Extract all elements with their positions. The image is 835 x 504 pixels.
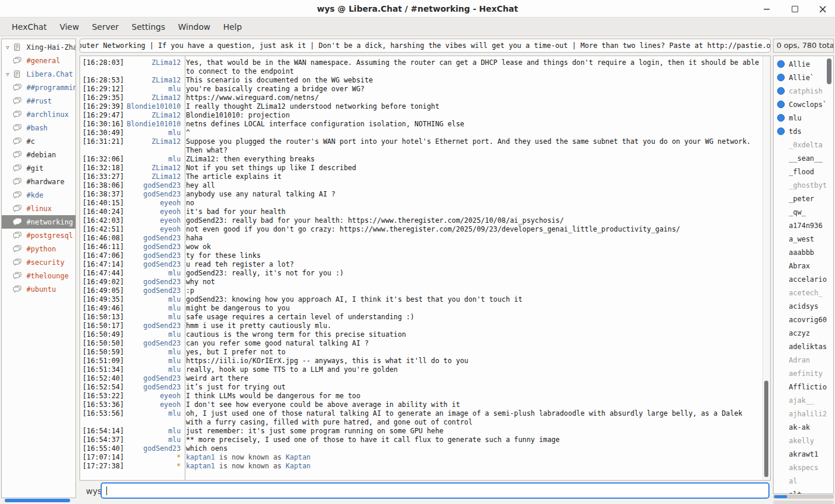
tree-item-#archlinux[interactable]: #archlinux	[2, 108, 75, 121]
tree-item-#general[interactable]: #general	[2, 54, 75, 67]
tree-item-#c[interactable]: #c	[2, 134, 75, 148]
menu-help[interactable]: Help	[217, 18, 249, 36]
tree-item-#python[interactable]: #python	[2, 242, 75, 256]
user-_ghostbyt[interactable]: _ghostbyt	[774, 178, 833, 192]
user-Allie[interactable]: Allie`	[774, 71, 833, 84]
text-segment: cautious is the wrong term for this prec…	[186, 330, 406, 339]
user-nick-label: aczyz	[789, 329, 810, 337]
userlist-hscrollbar-track2[interactable]	[773, 500, 834, 504]
tree-item-#git[interactable]: #git	[2, 161, 75, 175]
user-ajak__[interactable]: ajak__	[774, 393, 833, 407]
nick: godSend23	[126, 339, 181, 348]
message-text: kaptan1 is now known as Kaptan	[181, 453, 310, 462]
chat-line: [16:49:35]mlugodSend23: knowing how you …	[80, 295, 762, 304]
tree-item-#linux[interactable]: #linux	[2, 202, 75, 215]
tree-item-#kde[interactable]: #kde	[2, 188, 75, 202]
timestamp: [16:53:36]	[80, 401, 126, 409]
chat-area[interactable]: [16:28:03]ZLima12Yes, that would be in t…	[80, 56, 771, 481]
channel-bubble-icon	[12, 84, 22, 91]
tree-item-label: #security	[22, 258, 64, 267]
user-alt[interactable]: alt	[774, 488, 833, 494]
maximize-button[interactable]	[789, 4, 800, 14]
user-Abrax[interactable]: Abrax	[774, 259, 833, 272]
user-accelario[interactable]: accelario	[774, 272, 833, 286]
tree-item-Xing-Hai-Zhang[interactable]: ▽ Xing-Hai-Zhang	[2, 40, 75, 54]
chat-line: [16:38:37]godSend23anybody use any natur…	[80, 190, 762, 199]
user-_qw_[interactable]: _qw_	[774, 205, 833, 219]
user-acovrig60[interactable]: acovrig60	[774, 313, 833, 326]
tree-item-#security[interactable]: #security	[2, 256, 75, 269]
user-ak-ak[interactable]: ak-ak	[774, 420, 833, 434]
user-_peter[interactable]: _peter	[774, 192, 833, 205]
user-acetech_[interactable]: acetech_	[774, 286, 833, 299]
user-akrawt1[interactable]: akrawt1	[774, 447, 833, 461]
tree-item-#bash[interactable]: #bash	[2, 121, 75, 134]
message-text: godSend23: really bad for your health: h…	[181, 216, 564, 225]
tree-item-#networking[interactable]: #networking	[2, 215, 75, 229]
user-Cowclops[interactable]: Cowclops`	[774, 98, 833, 111]
nick: godSend23	[126, 278, 181, 286]
expander-icon[interactable]: ▽	[4, 71, 12, 77]
message-text: yes, but I prefer not to	[181, 348, 285, 357]
topic-bar[interactable]: outer Networking | If you have a questio…	[80, 39, 771, 53]
user-acidsys[interactable]: acidsys	[774, 299, 833, 313]
user-catphish[interactable]: catphish	[774, 84, 833, 98]
user-ajhalili2[interactable]: ajhalili2	[774, 407, 833, 420]
user-Allie[interactable]: Allie	[774, 57, 833, 71]
message-text: Blondie101010: projection	[181, 111, 290, 120]
nick	[126, 418, 181, 427]
text-caret	[106, 486, 107, 495]
tree-item-LiberaChat[interactable]: ▽ Libera.Chat	[2, 67, 75, 81]
title-bar[interactable]: wys @ Libera.Chat / #networking - HexCha…	[0, 0, 835, 18]
user-akelly[interactable]: akelly	[774, 434, 833, 447]
user-Afflictio[interactable]: Afflictio	[774, 380, 833, 393]
menu-window[interactable]: Window	[171, 18, 216, 36]
text-segment: with a furry casing, filled with pure ha…	[186, 418, 472, 426]
menu-view[interactable]: View	[53, 18, 85, 36]
user-_0xdelta[interactable]: _0xdelta	[774, 138, 833, 151]
tree-item-#debian[interactable]: #debian	[2, 148, 75, 161]
menu-hexchat[interactable]: HexChat	[5, 18, 53, 36]
tree-item-##rust[interactable]: ##rust	[2, 94, 75, 108]
user-mlu[interactable]: mlu	[774, 111, 833, 125]
user-a_west[interactable]: a_west	[774, 232, 833, 246]
chat-scrollbar-track[interactable]	[762, 56, 770, 480]
tree-item-#hardware[interactable]: #hardware	[2, 175, 75, 188]
user-tds[interactable]: tds	[774, 125, 833, 138]
user-aczyz[interactable]: aczyz	[774, 326, 833, 340]
channel-bubble-icon	[12, 111, 22, 118]
tree-item-#ubuntu[interactable]: #ubuntu	[2, 282, 75, 296]
user-_flood[interactable]: _flood	[774, 165, 833, 178]
menu-settings[interactable]: Settings	[125, 18, 171, 36]
user-aefinity[interactable]: aefinity	[774, 367, 833, 380]
menu-server[interactable]: Server	[85, 18, 125, 36]
message-input[interactable]	[101, 482, 770, 499]
user-a174n936[interactable]: a174n936	[774, 219, 833, 232]
expander-icon[interactable]: ▽	[4, 44, 12, 50]
nick: godSend23	[126, 444, 181, 453]
userlist-hscrollbar-thumb[interactable]	[774, 495, 787, 498]
tree-item-##programming[interactable]: ##programming	[2, 81, 75, 94]
message-text: no	[181, 199, 194, 208]
tree-item-#postgresql[interactable]: #postgresql	[2, 229, 75, 242]
user-nick-label: a174n936	[789, 222, 823, 230]
chat-line: [16:50:13]mlusafe usage requires a certa…	[80, 313, 762, 322]
user-akspecs[interactable]: akspecs	[774, 461, 833, 474]
close-button[interactable]: ×	[817, 4, 828, 14]
tree-hscrollbar-thumb[interactable]	[5, 499, 70, 502]
user-adeliktas[interactable]: adeliktas	[774, 340, 833, 353]
minimize-button[interactable]: −	[761, 4, 772, 14]
user-al[interactable]: al	[774, 474, 833, 488]
user-Adran[interactable]: Adran	[774, 353, 833, 367]
chat-line: [16:29:35]ZLima12https://www.wireguard.c…	[80, 94, 762, 102]
user-list[interactable]: AllieAllie`catphishCowclops`mlutds_0xdel…	[773, 56, 834, 494]
chat-scrollbar-thumb[interactable]	[764, 381, 768, 477]
userlist-scrollbar-thumb[interactable]	[827, 58, 831, 84]
tree-item-#thelounge[interactable]: #thelounge	[2, 269, 75, 282]
server-tree[interactable]: ▽ Xing-Hai-Zhang #general▽ Libera.Chat #…	[1, 39, 76, 498]
text-segment: ty for these links	[186, 251, 261, 260]
user-__sean__[interactable]: __sean__	[774, 151, 833, 165]
user-nick-label: Abrax	[789, 262, 810, 270]
text-segment: wow ok	[186, 243, 211, 251]
user-aaabbb[interactable]: aaabbb	[774, 246, 833, 259]
